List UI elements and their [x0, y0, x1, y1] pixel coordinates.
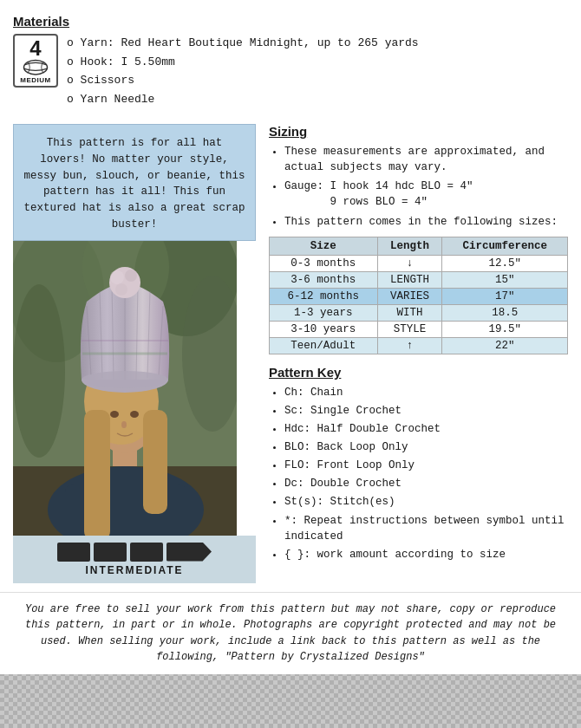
left-column: This pattern is for all hat lovers! No m…	[13, 124, 256, 583]
svg-point-28	[110, 270, 124, 284]
materials-section: Materials 4 MEDIUM Yarn: Red Heart Bouti…	[13, 9, 568, 117]
footer: You are free to sell your work from this…	[0, 592, 581, 674]
hat-photo	[13, 241, 237, 536]
right-column: Sizing These measurements are approximat…	[269, 124, 568, 583]
table-row: 1-3 years WITH 18.5	[270, 304, 568, 321]
table-row: 3-6 months LENGTH 15"	[270, 271, 568, 288]
svg-rect-9	[65, 484, 186, 536]
table-row: Teen/Adult ↑ 22"	[270, 337, 568, 354]
key-item-blo: BLO: Back Loop Only	[284, 439, 568, 455]
svg-point-15	[110, 411, 119, 418]
sizing-section: Sizing These measurements are approximat…	[269, 124, 568, 354]
svg-point-16	[130, 411, 139, 418]
table-header-circumference: Circumference	[442, 237, 568, 255]
background-trees-icon	[13, 241, 237, 536]
skill-label: INTERMEDIATE	[22, 564, 247, 576]
sizing-bullet-1: These measurements are approximated, and…	[284, 144, 568, 175]
materials-list: Yarn: Red Heart Boutique Midnight, up to…	[67, 34, 419, 108]
key-item-dc: Dc: Double Crochet	[284, 476, 568, 491]
sizing-title: Sizing	[269, 124, 568, 139]
table-header-size: Size	[270, 237, 378, 255]
key-item-hdc: Hdc: Half Double Crochet	[284, 421, 568, 437]
yarn-skein-icon	[23, 59, 49, 76]
materials-item-needle: Yarn Needle	[67, 90, 419, 109]
yarn-weight-label: MEDIUM	[20, 76, 50, 84]
yarn-weight-badge: 4 MEDIUM	[13, 34, 58, 88]
table-row: 3-10 years STYLE 19.5"	[270, 321, 568, 337]
svg-point-26	[82, 371, 168, 388]
sizing-bullet-2: Gauge: I hook 14 hdc BLO = 4" 9 rows BLO…	[284, 179, 568, 210]
svg-point-5	[13, 284, 65, 458]
materials-item-scissors: Scissors	[67, 71, 419, 90]
skill-bar-1	[57, 543, 90, 562]
svg-rect-13	[84, 410, 110, 536]
materials-content: 4 MEDIUM Yarn: Red Heart Boutique Midnig…	[13, 34, 568, 108]
yarn-weight-number: 4	[29, 38, 41, 59]
key-bullets: Ch: Chain Sc: Single Crochet Hdc: Half D…	[269, 385, 568, 562]
materials-title: Materials	[13, 14, 568, 29]
skill-bar-3	[130, 543, 163, 562]
sizing-bullet-3: This pattern comes in the following size…	[284, 214, 568, 230]
key-item-flo: FLO: Front Loop Only	[284, 458, 568, 473]
key-item-repeat: *: Repeat instructions between symbol un…	[284, 513, 568, 544]
skill-level-container: INTERMEDIATE	[13, 536, 256, 583]
skill-bars-display	[22, 543, 247, 562]
size-table: Size Length Circumference 0-3 months ↓ 1…	[269, 237, 568, 354]
footer-text: You are free to sell your work from this…	[25, 603, 556, 664]
svg-point-29	[125, 270, 137, 282]
svg-point-30	[115, 283, 127, 296]
key-item-braces: { }: work amount according to size	[284, 547, 568, 562]
sizing-bullets: These measurements are approximated, and…	[269, 144, 568, 230]
skill-bar-2	[94, 543, 127, 562]
materials-item-hook: Hook: I 5.50mm	[67, 53, 419, 72]
table-cell-size: 0-3 months	[270, 255, 378, 271]
hat-promo-box: This pattern is for all hat lovers! No m…	[13, 124, 256, 241]
table-cell-length: ↓	[377, 255, 442, 271]
key-item-ch: Ch: Chain	[284, 385, 568, 400]
table-row: 0-3 months ↓ 12.5"	[270, 255, 568, 271]
pattern-key-section: Pattern Key Ch: Chain Sc: Single Crochet…	[269, 365, 568, 562]
table-header-length: Length	[377, 237, 442, 255]
materials-item-yarn: Yarn: Red Heart Boutique Midnight, up to…	[67, 34, 419, 53]
skill-bar-4	[166, 543, 212, 562]
table-cell-circ: 12.5"	[442, 255, 568, 271]
key-item-sc: Sc: Single Crochet	[284, 403, 568, 419]
key-item-st: St(s): Stitch(es)	[284, 494, 568, 510]
table-row-highlight: 6-12 months VARIES 17"	[270, 288, 568, 304]
pattern-key-title: Pattern Key	[269, 365, 568, 380]
main-content: This pattern is for all hat lovers! No m…	[13, 124, 568, 583]
promo-text: This pattern is for all hat lovers! No m…	[23, 137, 245, 231]
svg-point-17	[121, 421, 127, 428]
svg-rect-14	[143, 410, 167, 514]
